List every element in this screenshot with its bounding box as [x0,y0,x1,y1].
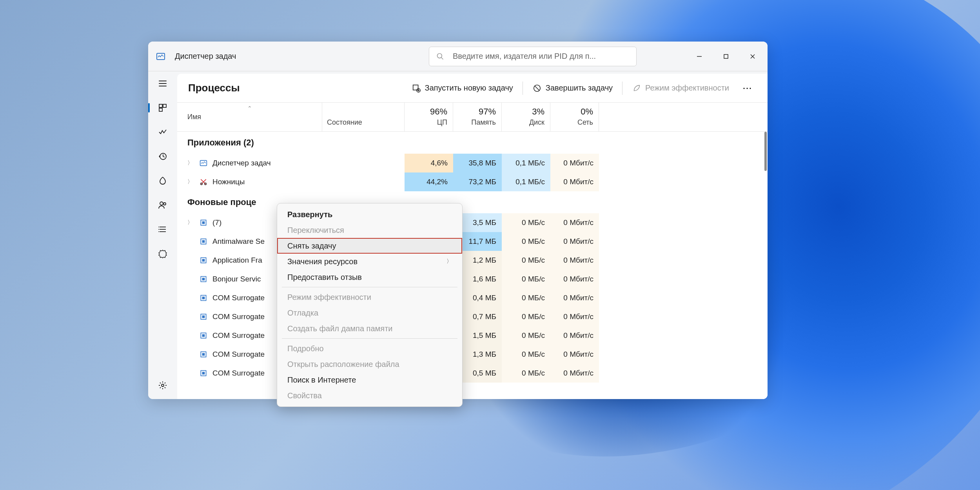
run-new-task-button[interactable]: Запустить новую задачу [408,80,517,96]
disk-cell: 0,1 МБ/с [502,172,550,191]
process-row[interactable]: COM Surrogate%1,5 МБ0 МБ/с0 Мбит/с [177,326,768,345]
cm-expand[interactable]: Развернуть [277,207,462,222]
end-task-icon [532,83,542,93]
svg-rect-51 [202,372,205,375]
disk-cell: 0 МБ/с [502,289,550,307]
svg-rect-45 [202,316,205,318]
sidebar-users[interactable] [156,198,169,212]
chevron-right-icon: 〉 [187,219,194,226]
svg-line-28 [535,86,539,90]
network-cell: 0 Мбит/с [550,364,599,383]
network-cell: 0 Мбит/с [550,326,599,345]
process-icon [199,159,208,167]
process-icon [199,350,208,359]
process-row[interactable]: Application Fra%1,2 МБ0 МБ/с0 Мбит/с [177,251,768,270]
window-controls [695,53,757,60]
process-row[interactable]: 〉Ножницы44,2%73,2 МБ0,1 МБ/с0 Мбит/с [177,172,768,191]
col-cpu[interactable]: 96%ЦП [405,103,453,131]
cm-separator [282,287,457,287]
search-input[interactable]: Введите имя, издателя или PID для п... [429,47,637,66]
col-disk[interactable]: 3%Диск [502,103,550,131]
efficiency-label: Режим эффективности [645,83,729,93]
end-task-button[interactable]: Завершить задачу [528,80,617,96]
network-cell: 0 Мбит/с [550,251,599,270]
network-cell: 0 Мбит/с [550,307,599,326]
col-memory[interactable]: 97%Память [453,103,502,131]
cm-feedback[interactable]: Предоставить отзыв [277,269,462,285]
svg-rect-47 [202,334,205,337]
col-status[interactable]: Состояние [322,103,405,131]
sidebar-processes[interactable] [156,101,169,114]
cpu-cell: 44,2% [405,172,453,191]
svg-rect-37 [202,240,205,243]
process-name: Application Fra [212,256,262,265]
cm-switch-to: Переключиться [277,222,462,238]
sidebar-services[interactable] [156,247,169,260]
disk-cell: 0 МБ/с [502,326,550,345]
process-row[interactable]: COM Surrogate0%0,5 МБ0 МБ/с0 Мбит/с [177,364,768,383]
cm-end-task[interactable]: Снять задачу [277,238,462,254]
svg-point-21 [158,231,159,232]
svg-rect-11 [163,104,166,107]
process-row[interactable]: 〉Диспетчер задач4,6%35,8 МБ0,1 МБ/с0 Мби… [177,154,768,172]
process-name: Antimalware Se [212,237,265,246]
titlebar: Диспетчер задач Введите имя, издателя ил… [148,42,768,71]
sidebar-app-history[interactable] [156,150,169,163]
svg-point-22 [162,384,164,387]
scrollbar-thumb[interactable] [764,132,767,171]
network-cell: 0 Мбит/с [550,345,599,364]
svg-point-1 [437,53,442,58]
maximize-button[interactable] [722,53,730,60]
cm-debug: Отладка [277,305,462,321]
process-name: COM Surrogate [212,331,265,340]
page-title: Процессы [188,82,240,94]
process-icon [199,256,208,265]
cm-details: Подробно [277,341,462,356]
cpu-cell: 4,6% [405,154,453,172]
sidebar-startup[interactable] [156,174,169,187]
process-row[interactable]: COM Surrogate%0,4 МБ0 МБ/с0 Мбит/с [177,289,768,307]
context-menu: Развернуть Переключиться Снять задачу Зн… [277,203,463,407]
process-row[interactable]: 〉(7)%3,5 МБ0 МБ/с0 Мбит/с [177,213,768,232]
col-name[interactable]: ⌃ Имя [177,103,322,131]
process-row[interactable]: COM Surrogate%0,7 МБ0 МБ/с0 Мбит/с [177,307,768,326]
process-name: COM Surrogate [212,350,265,359]
process-icon [199,218,208,227]
cm-efficiency: Режим эффективности [277,289,462,305]
process-row[interactable]: Bonjour Servic%1,6 МБ0 МБ/с0 Мбит/с [177,270,768,289]
hamburger-button[interactable] [156,77,169,90]
cm-search-online[interactable]: Поиск в Интернете [277,372,462,388]
group-background: Фоновые проце [177,191,768,213]
memory-cell: 73,2 МБ [453,172,502,191]
network-cell: 0 Мбит/с [550,232,599,251]
process-name: COM Surrogate [212,294,265,302]
run-task-icon [412,83,421,93]
process-icon [199,237,208,246]
cm-open-location: Открыть расположение файла [277,356,462,372]
disk-cell: 0 МБ/с [502,345,550,364]
svg-line-2 [441,57,443,59]
svg-point-15 [163,203,166,205]
sidebar-details[interactable] [156,223,169,236]
chevron-right-icon: 〉 [446,258,452,265]
disk-cell: 0 МБ/с [502,213,550,232]
network-cell: 0 Мбит/с [550,213,599,232]
minimize-button[interactable] [695,53,703,60]
app-title: Диспетчер задач [175,52,236,61]
sidebar-settings[interactable] [156,379,169,392]
process-row[interactable]: Antimalware Se%11,7 МБ0 МБ/с0 Мбит/с [177,232,768,251]
content-header: Процессы Запустить новую задачу Завершит… [177,74,768,103]
process-row[interactable]: COM Surrogate%1,3 МБ0 МБ/с0 Мбит/с [177,345,768,364]
svg-point-14 [160,202,163,205]
process-icon [199,178,208,186]
group-apps: Приложения (2) [177,132,768,154]
sidebar-performance[interactable] [156,125,169,139]
cm-dump: Создать файл дампа памяти [277,321,462,336]
memory-cell: 35,8 МБ [453,154,502,172]
col-network[interactable]: 0%Сеть [550,103,599,131]
close-button[interactable] [749,53,757,60]
cm-resource-values[interactable]: Значения ресурсов〉 [277,254,462,269]
svg-rect-43 [202,297,205,299]
more-button[interactable]: ⋯ [739,81,757,95]
process-name: COM Surrogate [212,369,265,377]
